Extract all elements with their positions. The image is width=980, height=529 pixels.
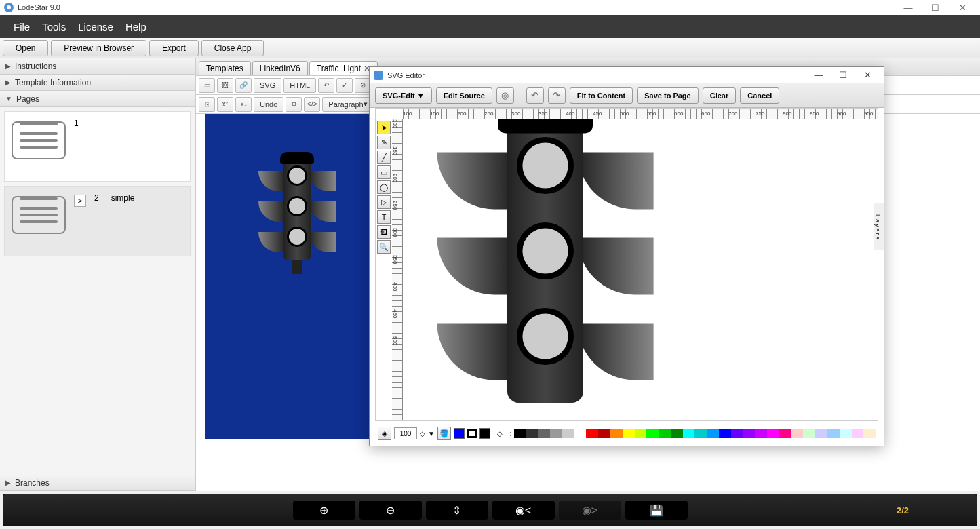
palette-swatch[interactable] [538,429,550,438]
next-page-button[interactable]: ◉> [559,501,621,520]
palette-swatch[interactable] [562,429,574,438]
open-button[interactable]: Open [3,40,48,56]
clear-button[interactable]: Clear [703,87,737,104]
subscript-icon[interactable]: x₂ [235,97,252,112]
tab-traffic-light[interactable]: Traffic_Light✕ [309,61,378,75]
undo-icon[interactable]: ↶ [526,87,544,104]
add-page-button[interactable]: ⊕ [293,501,355,520]
code-icon[interactable]: </> [304,97,320,112]
palette-swatch[interactable] [840,429,852,438]
palette-swatch[interactable] [683,429,695,438]
palette-swatch[interactable] [707,429,719,438]
undo-button[interactable]: Undo [254,97,283,112]
redo-icon[interactable]: ↷ [548,87,566,104]
image-icon[interactable]: 🖼 [217,78,233,93]
zoom-dropdown-icon[interactable]: ▼ [428,430,435,437]
palette-swatch[interactable] [863,429,876,438]
palette-swatch[interactable] [586,429,598,438]
stroke-color-swatch-2[interactable] [479,428,490,439]
pencil-tool-icon[interactable]: ✎ [377,136,391,149]
paragraph-select[interactable]: Paragraph ▾ [322,97,373,112]
palette-swatch[interactable] [755,429,767,438]
svg-max-button[interactable]: ☐ [831,70,855,80]
tab-templates[interactable]: Templates [199,61,251,75]
select-tool-icon[interactable]: ➤ [377,121,391,134]
minimize-button[interactable]: — [895,3,922,13]
undo-arrow-icon[interactable]: ↶ [318,78,334,93]
zoom-tool-icon[interactable]: 🔍 [377,240,391,254]
palette-swatch[interactable] [719,429,731,438]
maximize-button[interactable]: ☐ [922,3,949,13]
superscript-icon[interactable]: x² [217,97,233,112]
menu-file[interactable]: File [14,21,30,33]
fill-tool-icon[interactable]: 🪣 [437,427,451,440]
palette-swatch[interactable] [791,429,804,438]
stroke-color-swatch[interactable] [467,429,477,438]
layers-panel-tab[interactable]: Layers [874,203,884,250]
menu-license[interactable]: License [78,21,113,33]
edit-source-button[interactable]: Edit Source [436,87,492,104]
palette-swatch[interactable] [827,429,840,438]
palette-swatch[interactable] [526,429,538,438]
wireframe-icon[interactable]: ◎ [496,87,514,104]
menu-tools[interactable]: Tools [42,21,66,33]
goto-button[interactable]: > [74,195,86,207]
svg-close-button[interactable]: ✕ [855,70,880,80]
pages-header[interactable]: ▼Pages [0,91,195,107]
palette-swatch[interactable] [574,429,587,438]
zoom-input[interactable] [394,427,417,439]
preview-button[interactable]: Preview in Browser [51,40,146,56]
palette-swatch[interactable] [743,429,756,438]
line-tool-icon[interactable]: ╱ [377,151,391,164]
fill-color-swatch[interactable] [454,428,465,439]
save-button[interactable]: 💾 [625,501,688,520]
eyedropper-icon[interactable]: ◈ [378,427,391,440]
svg-min-button[interactable]: — [806,70,831,80]
branches-header[interactable]: ▶Branches [0,475,195,491]
color-palette[interactable] [514,429,876,438]
copy-icon[interactable]: ⎘ [199,97,215,112]
link-icon[interactable]: 🔗 [235,78,252,93]
palette-swatch[interactable] [623,429,635,438]
prev-page-button[interactable]: ◉< [492,501,555,520]
palette-swatch[interactable] [767,429,779,438]
palette-swatch[interactable] [550,429,562,438]
remove-page-button[interactable]: ⊖ [359,501,422,520]
palette-swatch[interactable] [659,429,671,438]
image-tool-icon[interactable]: 🖼 [377,225,391,239]
path-tool-icon[interactable]: ▷ [377,195,391,209]
close-app-button[interactable]: Close App [201,40,264,56]
palette-swatch[interactable] [635,429,647,438]
export-button[interactable]: Export [149,40,199,56]
ellipse-tool-icon[interactable]: ◯ [377,180,391,194]
traffic-light-graphic[interactable] [246,152,348,274]
opacity-stepper-icon[interactable]: ◇ [497,430,503,437]
palette-swatch[interactable] [671,429,683,438]
palette-swatch[interactable] [598,429,610,438]
palette-swatch[interactable] [694,429,707,438]
palette-swatch[interactable] [852,429,864,438]
check-icon[interactable]: ✓ [336,78,353,93]
palette-swatch[interactable] [646,429,659,438]
menu-help[interactable]: Help [125,21,146,33]
layout-icon[interactable]: ▭ [199,78,215,93]
svg-viewport[interactable] [403,119,878,420]
page-card[interactable]: 1 [4,111,191,182]
instructions-header[interactable]: ▶Instructions [0,58,195,75]
svg-editor-titlebar[interactable]: SVG Editor — ☐ ✕ [370,67,884,83]
close-window-button[interactable]: ✕ [949,3,976,13]
zoom-stepper-icon[interactable]: ◇ [420,430,425,437]
palette-swatch[interactable] [779,429,791,438]
html-button[interactable]: HTML [283,78,316,93]
cancel-button[interactable]: Cancel [740,87,779,104]
text-tool-icon[interactable]: T [377,210,391,224]
palette-swatch[interactable] [731,429,743,438]
palette-swatch[interactable] [514,429,526,438]
gear-icon[interactable]: ⚙ [286,97,302,112]
tab-linkedin[interactable]: LinkedInV6 [252,61,308,75]
page-card[interactable]: > 2 simple [4,186,191,256]
palette-swatch[interactable] [610,429,623,438]
rect-tool-icon[interactable]: ▭ [377,165,391,179]
template-info-header[interactable]: ▶Template Information [0,75,195,91]
svgedit-menu-button[interactable]: SVG-Edit ▼ [375,87,432,104]
